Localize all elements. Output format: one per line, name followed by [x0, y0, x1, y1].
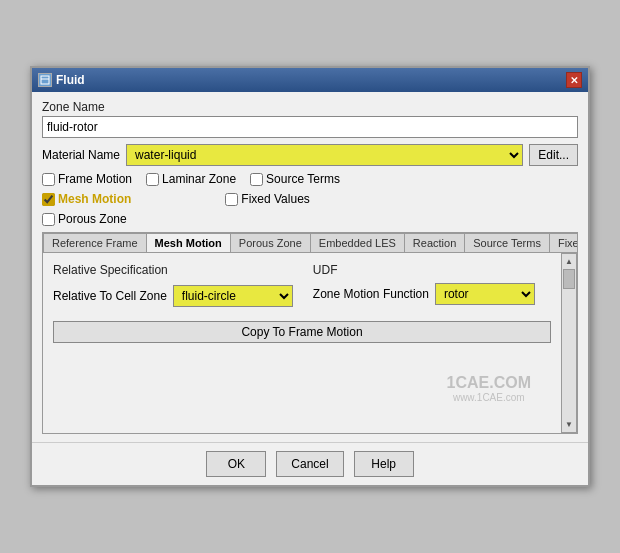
tabs-bar: Reference Frame Mesh Motion Porous Zone …	[43, 233, 577, 253]
udf-inner: Zone Motion Function rotor	[313, 283, 535, 305]
tab-reaction[interactable]: Reaction	[405, 233, 465, 252]
zone-motion-label: Zone Motion Function	[313, 287, 429, 301]
checkbox-row-2: Mesh Motion Fixed Values	[42, 192, 578, 206]
material-select[interactable]: water-liquid	[126, 144, 523, 166]
frame-motion-checkbox-item: Frame Motion	[42, 172, 132, 186]
zone-motion-select[interactable]: rotor	[435, 283, 535, 305]
frame-motion-checkbox[interactable]	[42, 173, 55, 186]
zone-name-label: Zone Name	[42, 100, 578, 114]
window-icon	[38, 73, 52, 87]
material-label: Material Name	[42, 148, 120, 162]
tab-mesh-motion[interactable]: Mesh Motion	[147, 233, 231, 253]
checkbox-row-1: Frame Motion Laminar Zone Source Terms	[42, 172, 578, 186]
porous-zone-checkbox-item: Porous Zone	[42, 212, 127, 226]
relative-spec-inner: Relative To Cell Zone fluid-circle	[53, 285, 293, 307]
cancel-button[interactable]: Cancel	[276, 451, 343, 477]
window-title: Fluid	[56, 73, 85, 87]
bottom-buttons: OK Cancel Help	[32, 442, 588, 485]
tab-scrollbar[interactable]: ▲ ▼	[561, 253, 577, 433]
help-button[interactable]: Help	[354, 451, 414, 477]
tab-porous-zone[interactable]: Porous Zone	[231, 233, 311, 252]
watermark-line1: 1CAE.COM	[447, 374, 531, 392]
copy-to-frame-motion-button[interactable]: Copy To Frame Motion	[53, 321, 551, 343]
relative-spec-title: Relative Specification	[53, 263, 293, 277]
spec-udf-row: Relative Specification Relative To Cell …	[53, 263, 551, 307]
dialog-content: Zone Name Material Name water-liquid Edi…	[32, 92, 588, 442]
fixed-values-label: Fixed Values	[241, 192, 309, 206]
title-bar-left: Fluid	[38, 73, 85, 87]
source-terms-label: Source Terms	[266, 172, 340, 186]
cell-zone-label: Relative To Cell Zone	[53, 289, 167, 303]
porous-zone-checkbox[interactable]	[42, 213, 55, 226]
tab-content-wrapper: Relative Specification Relative To Cell …	[43, 253, 577, 433]
frame-motion-label: Frame Motion	[58, 172, 132, 186]
ok-button[interactable]: OK	[206, 451, 266, 477]
scroll-thumb[interactable]	[563, 269, 575, 289]
watermark: 1CAE.COM www.1CAE.com	[447, 374, 531, 403]
zone-name-group: Zone Name	[42, 100, 578, 138]
zone-name-input[interactable]	[42, 116, 578, 138]
title-bar: Fluid ✕	[32, 68, 588, 92]
scroll-down-arrow[interactable]: ▼	[562, 419, 576, 430]
fixed-values-checkbox[interactable]	[225, 193, 238, 206]
edit-material-button[interactable]: Edit...	[529, 144, 578, 166]
source-terms-checkbox-item: Source Terms	[250, 172, 340, 186]
tab-fixed-values[interactable]: Fixed Values	[550, 233, 577, 252]
svg-rect-0	[41, 76, 49, 84]
source-terms-checkbox[interactable]	[250, 173, 263, 186]
udf-title: UDF	[313, 263, 535, 277]
mesh-motion-checkbox-item: Mesh Motion	[42, 192, 131, 206]
laminar-zone-checkbox-item: Laminar Zone	[146, 172, 236, 186]
cell-zone-select[interactable]: fluid-circle	[173, 285, 293, 307]
scroll-up-arrow[interactable]: ▲	[562, 256, 576, 267]
laminar-zone-checkbox[interactable]	[146, 173, 159, 186]
tab-content: Relative Specification Relative To Cell …	[43, 253, 561, 433]
laminar-zone-label: Laminar Zone	[162, 172, 236, 186]
close-button[interactable]: ✕	[566, 72, 582, 88]
fixed-values-checkbox-item: Fixed Values	[225, 192, 309, 206]
tab-embedded-les[interactable]: Embedded LES	[311, 233, 405, 252]
checkbox-row-3: Porous Zone	[42, 212, 578, 226]
relative-spec-group: Relative Specification Relative To Cell …	[53, 263, 293, 307]
porous-zone-label: Porous Zone	[58, 212, 127, 226]
tab-reference-frame[interactable]: Reference Frame	[43, 233, 147, 252]
fluid-dialog: Fluid ✕ Zone Name Material Name water-li…	[30, 66, 590, 487]
tabs-container: Reference Frame Mesh Motion Porous Zone …	[42, 232, 578, 434]
mesh-motion-label: Mesh Motion	[58, 192, 131, 206]
material-row: Material Name water-liquid Edit...	[42, 144, 578, 166]
udf-group: UDF Zone Motion Function rotor	[313, 263, 535, 305]
tab-source-terms[interactable]: Source Terms	[465, 233, 550, 252]
mesh-motion-checkbox[interactable]	[42, 193, 55, 206]
watermark-line2: www.1CAE.com	[447, 392, 531, 403]
